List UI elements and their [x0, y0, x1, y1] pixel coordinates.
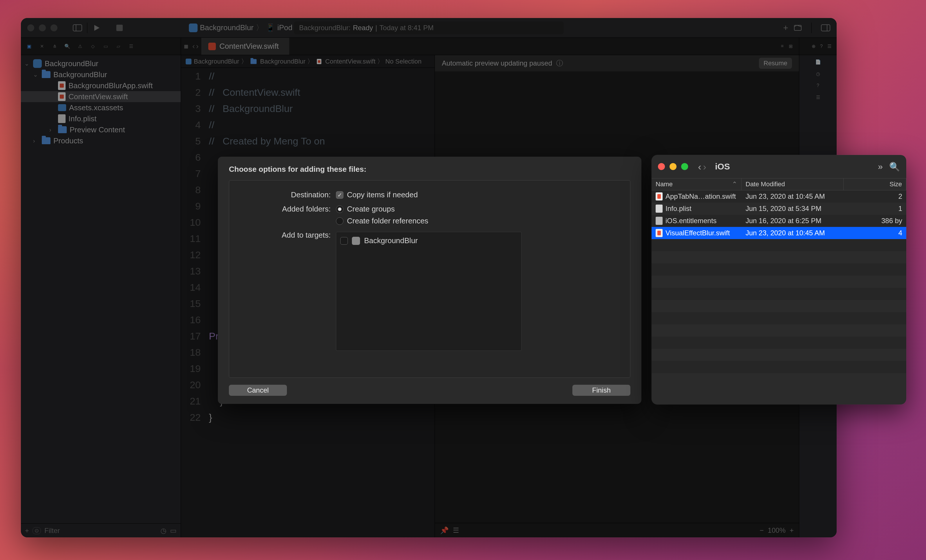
symbol-nav-icon[interactable]: ⋔	[49, 41, 60, 51]
tree-file[interactable]: BackgroundBlurApp.swift	[21, 80, 181, 91]
recent-icon[interactable]: ◷	[160, 527, 166, 535]
finder-row[interactable]	[652, 263, 906, 275]
run-button[interactable]	[91, 24, 102, 32]
minimize-dot[interactable]	[670, 163, 676, 170]
tree-folder[interactable]: ›Preview Content	[21, 124, 181, 135]
tree-file[interactable]: Info.plist	[21, 113, 181, 124]
finder-row[interactable]: iOS.entitlementsJun 16, 2020 at 6:25 PM3…	[652, 215, 906, 227]
forward-icon[interactable]: ›	[196, 42, 199, 51]
pin-icon[interactable]: 📌	[440, 526, 449, 534]
size-column[interactable]: Size	[844, 179, 906, 190]
finder-row[interactable]	[652, 361, 906, 373]
crumb[interactable]: BackgroundBlur	[194, 58, 239, 65]
scm-icon[interactable]: ▭	[170, 527, 177, 535]
finder-row[interactable]	[652, 337, 906, 349]
sidebar-toggle-icon[interactable]	[72, 24, 83, 32]
source-control-nav-icon[interactable]: ✕	[36, 41, 47, 51]
issue-nav-icon[interactable]: ⚠	[75, 41, 85, 51]
forward-icon[interactable]: ›	[703, 161, 706, 173]
tree-group[interactable]: ⌄BackgroundBlur	[21, 69, 181, 80]
file-date: Jun 23, 2020 at 10:45 AM	[741, 229, 844, 237]
project-nav-icon[interactable]: ▣	[24, 41, 34, 51]
finder-row[interactable]: Info.plistJun 15, 2020 at 5:34 PM1	[652, 203, 906, 215]
report-nav-icon[interactable]: ☰	[126, 41, 136, 51]
file-inspector-icon[interactable]: 📄	[815, 59, 821, 65]
back-icon[interactable]: ‹	[192, 42, 195, 51]
tree-label: BackgroundBlur	[53, 70, 107, 79]
tree-label: Preview Content	[70, 126, 125, 134]
related-items-icon[interactable]: ▦	[184, 44, 188, 49]
tree-file-selected[interactable]: ContentView.swift	[21, 91, 181, 102]
file-size: 4	[844, 229, 906, 237]
targets-list[interactable]: BackgroundBlur	[336, 232, 522, 351]
tree-file[interactable]: Assets.xcassets	[21, 102, 181, 113]
breakpoint-nav-icon[interactable]: ▱	[113, 41, 124, 51]
project-tree[interactable]: ⌄BackgroundBlur ⌄BackgroundBlur Backgrou…	[21, 55, 181, 524]
finder-row[interactable]	[652, 275, 906, 288]
tab-filename: ContentView.swift	[219, 42, 279, 51]
crumb[interactable]: ContentView.swift	[325, 58, 375, 65]
close-dot[interactable]	[658, 163, 665, 170]
zoom-dot[interactable]	[50, 24, 57, 31]
finder-row[interactable]	[652, 312, 906, 324]
swift-icon	[58, 81, 65, 90]
file-tab[interactable]: ContentView.swift	[201, 38, 289, 55]
name-column[interactable]: Name⌃	[652, 179, 741, 190]
info-icon[interactable]: ⓘ	[556, 59, 563, 68]
create-groups-radio[interactable]: Create groups	[336, 204, 428, 213]
date-column[interactable]: Date Modified	[741, 179, 844, 190]
find-nav-icon[interactable]: 🔍	[62, 41, 73, 51]
filter-field[interactable]: Filter	[44, 527, 157, 535]
target-checkbox[interactable]	[340, 237, 348, 245]
add-icon[interactable]: +	[25, 527, 29, 535]
zoom-out-icon[interactable]: −	[760, 526, 764, 534]
adjust-editor-icon[interactable]: ⊞	[789, 44, 793, 49]
finder-row[interactable]	[652, 251, 906, 263]
stop-button[interactable]	[114, 24, 125, 32]
finder-row[interactable]	[652, 239, 906, 251]
tree-root[interactable]: ⌄BackgroundBlur	[21, 58, 181, 69]
help-inspector-icon[interactable]: ?	[817, 83, 819, 88]
back-icon[interactable]: ‹	[698, 161, 701, 173]
finish-button[interactable]: Finish	[572, 385, 630, 396]
finder-list[interactable]: AppTabNa…ation.swiftJun 23, 2020 at 10:4…	[652, 190, 906, 404]
finder-row[interactable]	[652, 288, 906, 300]
search-icon[interactable]: 🔍	[889, 162, 900, 172]
close-dot[interactable]	[27, 24, 34, 31]
target-name: BackgroundBlur	[364, 236, 418, 245]
attributes-icon[interactable]: ☰	[828, 44, 831, 49]
finder-row[interactable]: AppTabNa…ation.swiftJun 23, 2020 at 10:4…	[652, 190, 906, 203]
finder-row[interactable]	[652, 324, 906, 337]
minimize-dot[interactable]	[39, 24, 46, 31]
more-icon[interactable]: »	[878, 162, 883, 172]
crumb[interactable]: BackgroundBlur	[260, 58, 306, 65]
zoom-dot[interactable]	[681, 163, 688, 170]
editor-options-icon[interactable]: ≡	[781, 44, 784, 49]
crumb[interactable]: No Selection	[385, 58, 422, 65]
finder-row[interactable]	[652, 373, 906, 385]
history-inspector-icon[interactable]: ◷	[816, 71, 820, 77]
library-icon[interactable]	[793, 24, 802, 31]
plus-icon[interactable]: +	[783, 23, 788, 33]
tree-label: Info.plist	[68, 114, 97, 123]
tree-products[interactable]: ›Products	[21, 135, 181, 146]
cancel-button[interactable]: Cancel	[229, 385, 287, 396]
help-icon[interactable]: ?	[820, 44, 823, 49]
zoom-in-icon[interactable]: +	[790, 526, 794, 534]
finder-row[interactable]: VisualEffectBlur.swiftJun 23, 2020 at 10…	[652, 227, 906, 239]
finder-row[interactable]	[652, 349, 906, 361]
finder-row[interactable]	[652, 300, 906, 312]
resume-button[interactable]: Resume	[759, 58, 792, 69]
filter-scope-icon[interactable]: ⊙	[32, 527, 41, 534]
create-refs-radio[interactable]: Create folder references	[336, 216, 428, 226]
attributes-inspector-icon[interactable]: ☰	[816, 95, 820, 100]
add-file-icon[interactable]: ⊕	[812, 44, 816, 49]
test-nav-icon[interactable]: ◇	[88, 41, 98, 51]
jump-bar[interactable]: BackgroundBlur〉 BackgroundBlur〉 ContentV…	[181, 55, 434, 68]
debug-nav-icon[interactable]: ▭	[100, 41, 111, 51]
target-row[interactable]: BackgroundBlur	[340, 236, 517, 245]
copy-items-checkbox[interactable]: ✓Copy items if needed	[336, 190, 418, 199]
inspector-toggle-icon[interactable]	[821, 24, 830, 31]
preview-settings-icon[interactable]: ☰	[453, 526, 459, 534]
finder-toolbar: ‹ › iOS » 🔍	[652, 155, 906, 178]
